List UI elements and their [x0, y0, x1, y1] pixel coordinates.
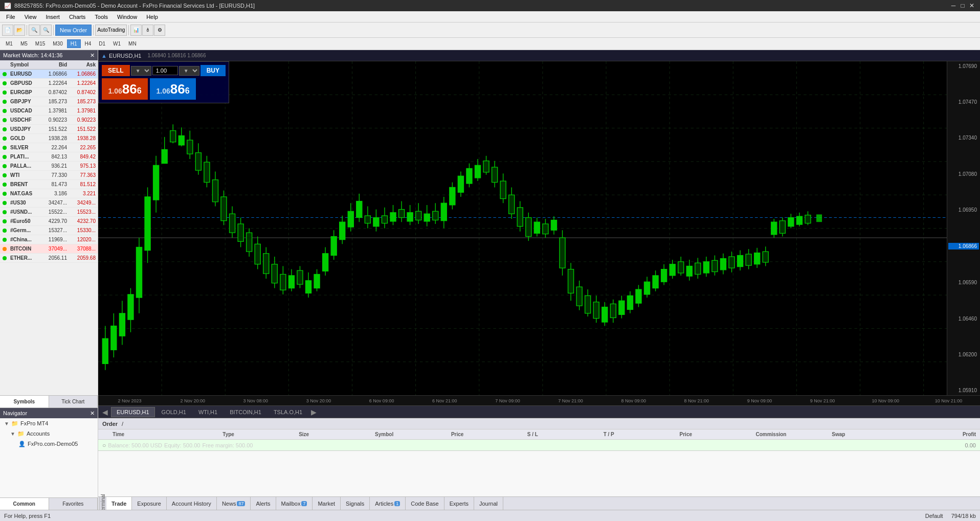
quantity-input[interactable]	[152, 66, 178, 75]
price-level-9: 1.06200	[948, 352, 979, 357]
sell-price-box[interactable]: 1.06 86 6	[102, 78, 148, 100]
terminal-tab-experts[interactable]: Experts	[444, 497, 474, 510]
terminal-tab-codebase[interactable]: Code Base	[406, 497, 444, 510]
terminal-tab-signals[interactable]: Signals	[341, 497, 370, 510]
buy-button[interactable]: BUY	[201, 65, 226, 76]
chart-type-button[interactable]: 🕯	[142, 25, 153, 36]
svg-rect-68	[280, 274, 286, 290]
market-watch-row-bitcoin[interactable]: BITCOIN37049...37088...	[0, 244, 98, 254]
chart-tab-tslaoh1[interactable]: TSLA.O,H1	[268, 407, 308, 417]
market-watch-row-brent[interactable]: BRENT81.47381.512	[0, 180, 98, 189]
equity-text: Equity: 500.00	[164, 442, 200, 448]
open-button[interactable]: 📂	[14, 25, 25, 36]
market-watch-row-usdchf[interactable]: USDCHF0.902230.90223	[0, 116, 98, 125]
market-watch-row-usdcad[interactable]: USDCAD1.379811.37981	[0, 106, 98, 116]
market-watch-row-plati[interactable]: PLATI...842.13849.42	[0, 152, 98, 162]
nav-item-mt4[interactable]: ▼ 📁 FxPro MT4	[0, 418, 98, 428]
chart-tab-bitcoinh1[interactable]: BITCOIN,H1	[224, 407, 267, 417]
close-button[interactable]: ✕	[968, 2, 976, 10]
chart-tab-prev[interactable]: ◀	[100, 408, 110, 416]
timeframe-btn-m30[interactable]: M30	[49, 39, 66, 48]
terminal-tab-journal[interactable]: Journal	[474, 497, 503, 510]
chart-up-arrow: ▲	[101, 53, 107, 59]
terminal-tab-news[interactable]: News87	[217, 497, 251, 510]
timeframe-btn-m1[interactable]: M1	[2, 39, 16, 48]
navigator-close[interactable]: ✕	[90, 410, 95, 417]
market-watch-row-gbpjpy[interactable]: GBPJPY185.273185.273	[0, 97, 98, 106]
timeframe-btn-h1[interactable]: H1	[67, 39, 81, 48]
timeframe-btn-m5[interactable]: M5	[17, 39, 31, 48]
sell-type-select[interactable]: ▼	[131, 66, 151, 76]
market-watch-row-china[interactable]: #China...11969...12020...	[0, 235, 98, 244]
zoom-in-button[interactable]: 🔍	[29, 25, 40, 36]
nav-item-demo05[interactable]: 👤 FxPro.com-Demo05	[0, 439, 98, 449]
timeframe-btn-w1[interactable]: W1	[109, 39, 124, 48]
new-order-button[interactable]: New Order	[55, 25, 92, 36]
chart-canvas-container[interactable]: SELL ▼ ▼ BUY 1.06 86 6	[98, 61, 980, 395]
terminal-tab-alerts[interactable]: Alerts	[251, 497, 276, 510]
svg-rect-92	[382, 216, 387, 223]
settings-button[interactable]: ⚙	[154, 25, 165, 36]
market-watch-row-natgas[interactable]: NAT.GAS3.1863.221	[0, 189, 98, 198]
terminal-tab-accounthistory[interactable]: Account History	[167, 497, 217, 510]
nav-tab-favorites[interactable]: Favorites	[49, 498, 98, 510]
market-watch-row-germ[interactable]: #Germ...15327...15330...	[0, 226, 98, 235]
market-watch-row-silver[interactable]: SILVER22.26422.265	[0, 143, 98, 152]
nav-tab-common[interactable]: Common	[0, 498, 49, 510]
market-watch-row-eurusd[interactable]: EURUSD1.068661.06866	[0, 70, 98, 79]
market-watch-close[interactable]: ✕	[90, 52, 95, 59]
mw-tab-tick[interactable]: Tick Chart	[49, 396, 98, 407]
buy-price-box[interactable]: 1.06 86 6	[150, 78, 196, 100]
nav-item-accounts[interactable]: ▼ 📁 Accounts	[0, 428, 98, 439]
indicators-button[interactable]: 📊	[130, 25, 142, 36]
autotrading-button[interactable]: AutoTrading	[95, 25, 127, 36]
statusbar: For Help, press F1 Default 794/18 kb	[0, 510, 980, 521]
new-chart-button[interactable]: 📄	[2, 25, 13, 36]
market-watch-row-eurgbp[interactable]: EURGBP0.874020.87402	[0, 88, 98, 97]
mw-tab-symbols[interactable]: Symbols	[0, 396, 49, 407]
terminal-tab-exposure[interactable]: Exposure	[132, 497, 166, 510]
terminal-tab-trade[interactable]: Trade	[106, 497, 132, 510]
market-watch-row-euro50[interactable]: #Euro504229.704232.70	[0, 217, 98, 226]
menu-item-tools[interactable]: Tools	[91, 13, 112, 21]
market-watch-row-palla[interactable]: PALLA...936.21975.13	[0, 162, 98, 171]
chart-tab-next[interactable]: ▶	[309, 408, 319, 416]
menu-item-insert[interactable]: Insert	[41, 13, 64, 21]
market-watch-row-ether[interactable]: ETHER...2056.112059.68	[0, 254, 98, 263]
market-watch-row-usdjpy[interactable]: USDJPY151.522151.522	[0, 125, 98, 134]
market-watch-row-gold[interactable]: GOLD1938.281938.28	[0, 134, 98, 143]
market-watch-row-us30[interactable]: #US3034247...34249...	[0, 198, 98, 208]
maximize-button[interactable]: □	[959, 2, 967, 10]
profit-value: 0.00	[965, 442, 976, 448]
menu-item-view[interactable]: View	[20, 13, 41, 21]
sell-button[interactable]: SELL	[102, 65, 130, 76]
svg-rect-112	[466, 168, 472, 184]
chart-tab-wtih1[interactable]: WTI,H1	[193, 407, 223, 417]
timeframe-btn-d1[interactable]: D1	[95, 39, 109, 48]
timeframe-btn-h4[interactable]: H4	[81, 39, 95, 48]
svg-rect-94	[390, 213, 396, 221]
timeframe-btn-mn[interactable]: MN	[125, 39, 140, 48]
chart-tab-eurusdh1[interactable]: EURUSD,H1	[111, 407, 155, 417]
menu-item-charts[interactable]: Charts	[65, 13, 90, 21]
menu-item-help[interactable]: Help	[142, 13, 162, 21]
market-watch-row-gbpusd[interactable]: GBPUSD1.222641.22264	[0, 79, 98, 88]
market-watch-row-usnd[interactable]: #USND...15522...15523...	[0, 208, 98, 217]
menu-item-file[interactable]: File	[2, 13, 19, 21]
timeframe-btn-m15[interactable]: M15	[32, 39, 49, 48]
svg-rect-144	[602, 307, 608, 323]
terminal-tab-articles[interactable]: Articles1	[370, 497, 406, 510]
tab-badge: 7	[301, 501, 307, 506]
qty-arrow[interactable]: ▼	[179, 66, 199, 76]
chart-tab-goldh1[interactable]: GOLD,H1	[156, 407, 192, 417]
market-watch-row-wti[interactable]: WTI77.33077.363	[0, 171, 98, 180]
col-symbol: Symbol	[0, 62, 36, 67]
minimize-button[interactable]: ─	[949, 2, 957, 10]
svg-rect-132	[551, 220, 556, 230]
zoom-out-button[interactable]: 🔍	[40, 25, 52, 36]
svg-rect-188	[788, 218, 794, 226]
terminal-tab-mailbox[interactable]: Mailbox7	[276, 497, 313, 510]
svg-rect-158	[661, 269, 667, 282]
terminal-tab-market[interactable]: Market	[313, 497, 341, 510]
menu-item-window[interactable]: Window	[113, 13, 141, 21]
